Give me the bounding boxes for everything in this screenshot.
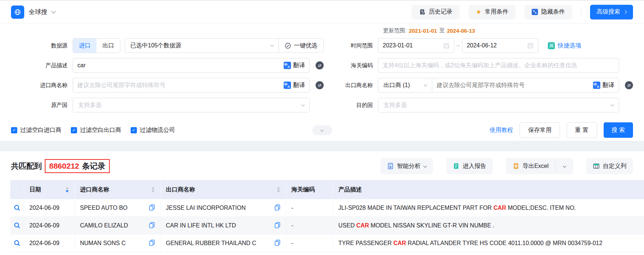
filter-checkbox-2[interactable]: ✓过滤物流公司 — [131, 126, 175, 134]
exporter-combo: 出口商 (1) 中A 翻译 — [378, 78, 619, 93]
product-desc-input[interactable] — [77, 62, 284, 69]
checkbox-icon[interactable]: ✓ — [11, 127, 17, 133]
favorites-button[interactable]: ★ 常用条件 — [469, 5, 516, 19]
one-click-optimize-button[interactable]: 一键优选 — [279, 42, 323, 50]
sort-arrows-icon[interactable] — [277, 187, 281, 193]
chevron-down-icon — [423, 164, 427, 168]
dest-country-select[interactable]: 支持多选 — [378, 98, 619, 112]
star-icon: ★ — [476, 9, 481, 15]
advanced-search-button[interactable]: 高级搜索 — [590, 5, 633, 19]
copy-button[interactable] — [149, 204, 155, 212]
magnifier-icon — [14, 240, 21, 247]
product-desc-row: 产品描述 中A 翻译 ⇄ — [11, 58, 324, 73]
column-header-1[interactable]: 日期 — [24, 180, 75, 199]
column-header-2[interactable]: 进口商名称 — [75, 180, 161, 199]
tab-export[interactable]: 出口 — [97, 39, 120, 53]
copy-button[interactable] — [274, 239, 281, 247]
keyword-highlight: CAR — [393, 240, 406, 246]
data-source-select[interactable]: 已选中105个数据源 — [125, 42, 279, 50]
data-source-label: 数据源 — [11, 42, 73, 49]
copy-button[interactable] — [149, 222, 155, 230]
row-detail-button[interactable] — [10, 234, 24, 252]
product-desc-text: JLI-SP028 MADE IN TAIWAN REPLACEMENT PAR… — [338, 205, 576, 211]
results-summary: 共匹配到 8860212 条记录 — [11, 159, 110, 173]
filter-checkbox-1[interactable]: ✓过滤空白出口商 — [71, 126, 121, 134]
importer-input[interactable] — [77, 82, 284, 89]
hs-code-label: 海关编码 — [338, 62, 378, 69]
history-button[interactable]: 历史记录 — [412, 5, 460, 19]
svg-text:A: A — [288, 65, 290, 69]
search-button[interactable]: 搜 索 — [604, 122, 633, 138]
origin-country-select[interactable]: 支持多选 — [73, 98, 310, 112]
column-header-3[interactable]: 出口商名称 — [161, 180, 286, 199]
checkbox-icon[interactable]: ✓ — [71, 127, 77, 133]
exact-match-toggle-icon[interactable]: ⇄ — [316, 61, 324, 69]
app-switcher[interactable]: 全球搜 — [11, 6, 55, 19]
enter-report-button[interactable]: 进入报告 — [446, 158, 493, 174]
table-row: 2024-06-09NUMAN SONS CGENERAL RUBBER THA… — [10, 234, 644, 252]
column-label: 产品描述 — [338, 186, 362, 194]
end-date-picker[interactable]: 2024-06-12 — [462, 38, 538, 53]
exporter-cell-text: CAR IN LIFE INTL HK LTD — [166, 222, 236, 229]
translate-button[interactable]: 中A 翻译 — [593, 82, 614, 89]
match-count-box: 8860212 条记录 — [45, 159, 110, 173]
copy-button[interactable] — [149, 239, 155, 247]
hide-conditions-button[interactable]: 隐藏条件 — [524, 5, 572, 19]
exporter-cell-text: JESSE LAI INCORPORATION — [166, 205, 246, 211]
topbar: 全球搜 历史记录 ★ 常用条件 隐藏条件 高级搜索 — [0, 1, 644, 24]
sort-arrows-icon[interactable] — [66, 187, 69, 193]
tab-import[interactable]: 进口 — [73, 39, 97, 53]
form-actions: 使用教程 保存常用 重 置 搜 索 — [490, 122, 633, 138]
copy-button[interactable] — [274, 222, 281, 230]
collapse-form-button[interactable] — [312, 125, 332, 135]
results-header: 共匹配到 8860212 条记录 BI 智能分析 — [0, 157, 644, 175]
importer-cell-text: CAMILO ELIZALD — [80, 222, 128, 229]
importer-cell: SPEED AUTO BO — [75, 199, 161, 216]
time-range-row: 时间范围 2023-01-01 – 2024-06-12 ⌘ 快捷选项 — [338, 38, 633, 53]
chevron-down-icon — [51, 9, 56, 14]
translate-button[interactable]: 中A 翻译 — [284, 82, 305, 89]
exact-match-toggle-icon[interactable]: ⇄ — [625, 81, 633, 89]
reset-button[interactable]: 重 置 — [567, 122, 597, 138]
page: 全球搜 历史记录 ★ 常用条件 隐藏条件 高级搜索 — [0, 0, 644, 255]
copy-button[interactable] — [274, 204, 281, 212]
importer-cell-text: NUMAN SONS C — [80, 240, 125, 247]
product-desc-cell: USED CAR MODEL NISSAN SKYLINE GT-R VIN N… — [333, 217, 644, 234]
exact-match-toggle-icon[interactable]: ⇄ — [316, 81, 324, 89]
export-excel-button[interactable]: 导出Excel — [506, 158, 555, 174]
column-label: 日期 — [29, 186, 41, 194]
export-options-button[interactable] — [556, 158, 573, 174]
exporter-cell: GENERAL RUBBER THAILAND C — [161, 234, 286, 252]
dest-country-label: 目的国 — [338, 102, 378, 109]
column-header-4: 海关编码 — [286, 180, 333, 199]
origin-country-row: 原产国 支持多选 — [11, 98, 324, 112]
quick-options-link[interactable]: ⌘ 快捷选项 — [548, 42, 581, 50]
filter-label: 过滤空白进口商 — [20, 126, 61, 134]
tutorial-link[interactable]: 使用教程 — [490, 126, 513, 134]
custom-columns-button[interactable]: 自定义列 — [586, 158, 633, 174]
importer-cell: CAMILO ELIZALD — [75, 217, 161, 234]
filter-checkbox-0[interactable]: ✓过滤空白进口商 — [11, 126, 61, 134]
exporter-input[interactable] — [437, 82, 593, 89]
match-count: 8860212 — [49, 162, 79, 170]
export-excel-split: 导出Excel — [506, 158, 573, 174]
row-detail-button[interactable] — [10, 199, 24, 216]
product-desc-text: TYRE PASSENGER CAR RADIAL ATLANDER TYRE … — [338, 240, 603, 247]
importer-row: 进口商名称 中A 翻译 ⇄ — [11, 78, 324, 93]
row-detail-button[interactable] — [10, 217, 24, 234]
exporter-type-select[interactable]: 出口商 (1) — [378, 82, 432, 89]
sort-arrows-icon[interactable] — [152, 187, 155, 193]
date-cell: 2024-06-09 — [24, 234, 75, 252]
smart-analysis-button[interactable]: BI 智能分析 — [381, 158, 433, 174]
hs-code-cell: - — [286, 199, 333, 216]
chevron-down-icon — [320, 128, 324, 132]
hs-code-input[interactable] — [383, 62, 614, 69]
save-favorite-button[interactable]: 保存常用 — [520, 122, 560, 138]
checkbox-icon[interactable]: ✓ — [131, 127, 137, 133]
chevron-down-icon — [611, 103, 614, 106]
hs-code-cell: - — [286, 217, 333, 234]
translate-button[interactable]: 中A 翻译 — [284, 62, 305, 69]
copy-icon — [274, 204, 281, 211]
start-date-picker[interactable]: 2023-01-01 — [378, 38, 454, 53]
hs-code-cell: - — [286, 234, 333, 252]
